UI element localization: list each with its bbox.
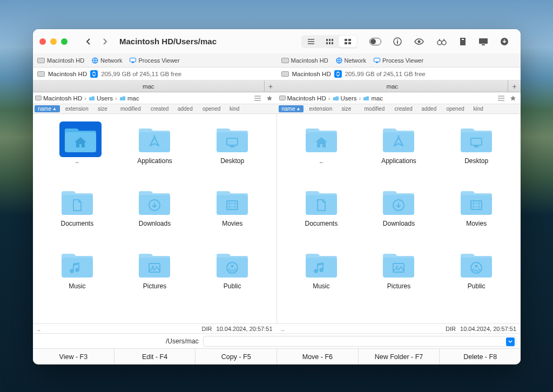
folder-item-documents[interactable]: Documents <box>38 185 116 248</box>
list-view-button[interactable] <box>302 36 320 48</box>
col-modified[interactable]: modified <box>359 106 389 112</box>
display-icon[interactable] <box>478 38 488 45</box>
star-icon[interactable] <box>508 95 518 102</box>
path-dropdown-icon[interactable] <box>506 337 515 346</box>
breadcrumb-item[interactable]: Users <box>89 95 113 102</box>
free-space: 205,99 GB of 245,11 GB free <box>101 71 181 77</box>
folder-icon <box>59 125 95 154</box>
breadcrumb-item[interactable]: mac <box>363 95 383 102</box>
volume-selector-icon[interactable] <box>90 70 98 78</box>
edit-button[interactable]: Edit - F4 <box>114 349 196 364</box>
folder-item-downloads[interactable]: Downloads <box>116 185 194 248</box>
col-added[interactable]: added <box>172 106 197 112</box>
close-button[interactable] <box>39 38 46 45</box>
breadcrumb-item[interactable]: Macintosh HD <box>35 95 82 102</box>
tab-right[interactable]: mac+ <box>277 80 521 92</box>
volume-left[interactable]: Macintosh HD 205,99 GB of 245,11 GB free <box>33 67 277 80</box>
col-kind[interactable]: kind <box>224 106 244 112</box>
svg-point-11 <box>370 39 376 44</box>
folder-item-movies[interactable]: Movies <box>193 185 271 248</box>
delete-button[interactable]: Delete - F8 <box>440 349 521 364</box>
new-folder-button[interactable]: New Folder - F7 <box>359 349 440 364</box>
col-modified[interactable]: modified <box>115 106 145 112</box>
tab-label: mac <box>277 83 508 90</box>
breadcrumb-item[interactable]: Users <box>333 95 357 102</box>
add-tab-button[interactable]: + <box>508 80 521 92</box>
view-button[interactable]: View - F3 <box>33 349 114 364</box>
binoculars-icon[interactable] <box>436 38 447 45</box>
col-created[interactable]: created <box>389 106 416 112</box>
col-name[interactable]: name▲ <box>279 105 304 112</box>
folder-item-public[interactable]: Public <box>437 248 515 310</box>
path-input[interactable] <box>203 336 516 347</box>
col-size[interactable]: size <box>92 106 115 112</box>
col-kind[interactable]: kind <box>468 106 487 112</box>
folder-item-music[interactable]: Music <box>38 248 116 310</box>
folder-item-desktop[interactable]: Desktop <box>193 123 271 185</box>
folder-icon <box>214 250 250 279</box>
folder-item-[interactable]: .. <box>282 123 360 185</box>
icon-view-button[interactable] <box>339 36 357 48</box>
star-icon[interactable] <box>264 95 275 102</box>
minimize-button[interactable] <box>50 38 57 45</box>
breadcrumb-item[interactable]: Macintosh HD <box>279 95 326 102</box>
list-icon[interactable] <box>496 96 507 101</box>
fav-process-viewer[interactable]: Process Viewer <box>130 57 179 64</box>
folder-icon <box>304 125 339 154</box>
bottom-toolbar: View - F3 Edit - F4 Copy - F5 Move - F6 … <box>33 348 521 364</box>
folder-item-movies[interactable]: Movies <box>437 185 515 248</box>
folder-item-pictures[interactable]: Pictures <box>116 248 194 310</box>
fav-network[interactable]: Network <box>336 57 366 64</box>
favorites-left: Macintosh HD Network Process Viewer <box>33 53 277 67</box>
folder-item-public[interactable]: Public <box>193 248 271 310</box>
status-right: ..DIR10.04.2024, 20:57:51 <box>277 324 521 333</box>
toggle-switch-icon[interactable] <box>369 38 381 45</box>
folder-icon <box>381 187 416 217</box>
svg-rect-65 <box>383 258 414 278</box>
svg-rect-23 <box>38 58 45 63</box>
move-button[interactable]: Move - F6 <box>277 349 359 364</box>
list-icon[interactable] <box>252 96 263 101</box>
copy-button[interactable]: Copy - F5 <box>195 349 277 364</box>
fav-process-viewer[interactable]: Process Viewer <box>374 57 423 64</box>
col-size[interactable]: size <box>336 106 359 112</box>
col-opened[interactable]: opened <box>441 106 468 112</box>
volume-right[interactable]: Macintosh HD 205,99 GB of 245,11 GB free <box>277 67 521 80</box>
volume-selector-icon[interactable] <box>334 70 342 78</box>
download-icon[interactable] <box>500 37 509 46</box>
folder-item-downloads[interactable]: Downloads <box>360 185 438 248</box>
folder-item-desktop[interactable]: Desktop <box>437 123 515 185</box>
col-extension[interactable]: extension <box>60 106 92 112</box>
forward-button[interactable] <box>99 35 112 48</box>
folder-item-applications[interactable]: Applications <box>360 123 438 185</box>
svg-rect-34 <box>279 96 285 100</box>
folder-item-pictures[interactable]: Pictures <box>360 248 438 310</box>
col-created[interactable]: created <box>145 106 172 112</box>
eye-icon[interactable] <box>414 38 424 45</box>
col-extension[interactable]: extension <box>304 106 336 112</box>
view-mode-toggles <box>301 35 358 48</box>
tab-left[interactable]: mac+ <box>33 80 277 92</box>
maximize-button[interactable] <box>61 38 68 45</box>
folder-item-applications[interactable]: Applications <box>116 123 194 185</box>
svg-rect-47 <box>139 258 170 278</box>
svg-rect-30 <box>376 62 378 63</box>
breadcrumb-item[interactable]: mac <box>119 95 139 102</box>
archive-icon[interactable] <box>459 37 467 46</box>
tab-label: mac <box>33 83 264 90</box>
col-added[interactable]: added <box>416 106 441 112</box>
column-view-button[interactable] <box>320 36 339 48</box>
back-button[interactable] <box>82 35 95 48</box>
col-name[interactable]: name▲ <box>35 105 60 112</box>
info-icon[interactable] <box>393 37 402 46</box>
fav-macintosh-hd[interactable]: Macintosh HD <box>37 57 84 64</box>
fav-network[interactable]: Network <box>92 57 122 64</box>
col-opened[interactable]: opened <box>197 106 224 112</box>
svg-rect-32 <box>281 71 288 76</box>
volume-name: Macintosh HD <box>292 71 331 77</box>
folder-item-documents[interactable]: Documents <box>282 185 360 248</box>
fav-macintosh-hd[interactable]: Macintosh HD <box>281 57 328 64</box>
folder-item-[interactable]: .. <box>38 123 116 185</box>
add-tab-button[interactable]: + <box>264 80 277 92</box>
folder-item-music[interactable]: Music <box>282 248 360 310</box>
